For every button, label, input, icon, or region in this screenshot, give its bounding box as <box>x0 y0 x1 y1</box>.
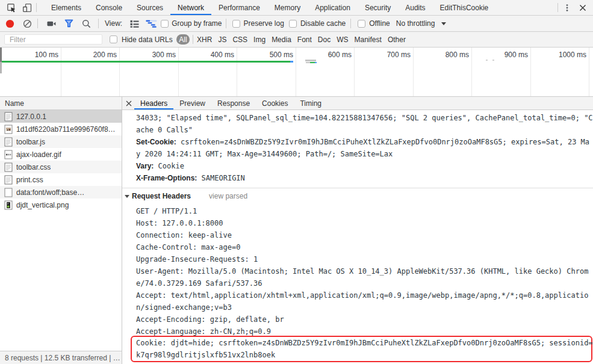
devtools-menu-button[interactable] <box>559 0 575 15</box>
inspect-element-button[interactable] <box>4 0 19 15</box>
details-close-button[interactable] <box>123 97 134 110</box>
type-filter-js[interactable]: JS <box>218 35 226 44</box>
clear-button[interactable] <box>23 19 32 28</box>
header-line: ache 0 Calls" <box>122 124 593 136</box>
request-header-line: GET / HTTP/1.1 <box>122 205 593 217</box>
type-filter-css[interactable]: CSS <box>232 35 247 44</box>
details-tabbar: HeadersPreviewResponseCookiesTiming <box>122 97 593 110</box>
network-overview[interactable]: 100 ms200 ms300 ms400 ms500 ms600 ms700 … <box>0 48 593 97</box>
request-row[interactable]: 1d1df6220ab711e9996760f8… <box>0 123 122 135</box>
details-tab-timing[interactable]: Timing <box>294 97 328 110</box>
type-filter-media[interactable]: Media <box>272 35 291 44</box>
request-name: 1d1df6220ab711e9996760f8… <box>16 125 116 134</box>
preserve-log-checkbox[interactable] <box>232 20 240 28</box>
search-button[interactable] <box>82 19 91 28</box>
type-filter-all[interactable]: All <box>176 34 190 45</box>
overview-request-bar <box>305 60 316 61</box>
record-icon <box>5 19 14 28</box>
triangle-down-icon[interactable] <box>125 195 129 198</box>
type-filter-manifest[interactable]: Manifest <box>355 35 382 44</box>
cookie-highlight-box: Cookie: djdt=hide; csrftoken=z4sDnWBZDz5… <box>131 336 592 362</box>
record-button[interactable] <box>5 19 14 28</box>
throttling-caret-icon[interactable] <box>441 22 446 25</box>
view-label: View: <box>105 19 122 28</box>
toolbar-separator-2 <box>98 19 99 28</box>
hide-data-urls-label: Hide data URLs <box>122 35 173 44</box>
devtools-window: ElementsConsoleSourcesNetworkPerformance… <box>0 0 593 364</box>
network-filter-bar: Hide data URLs All XHRJSCSSImgMediaFontD… <box>0 32 593 48</box>
type-filter-doc[interactable]: Doc <box>318 35 331 44</box>
close-icon <box>579 4 586 11</box>
request-row[interactable]: toolbar.css <box>0 161 122 173</box>
overview-gridline <box>530 48 531 96</box>
disable-cache-checkbox[interactable] <box>289 20 297 28</box>
details-tabs: HeadersPreviewResponseCookiesTiming <box>134 97 328 110</box>
tab-performance[interactable]: Performance <box>211 0 267 15</box>
type-filter-img[interactable]: Img <box>253 35 265 44</box>
overview-gridline <box>178 48 179 96</box>
type-filter-ws[interactable]: WS <box>337 35 348 44</box>
tab-elements[interactable]: Elements <box>44 0 88 15</box>
throttling-select[interactable]: No throttling <box>396 19 435 28</box>
tab-editthiscookie[interactable]: EditThisCookie <box>433 0 496 15</box>
waterfall-view-button[interactable] <box>146 20 157 28</box>
network-toolbar: View: Group by frame Preserve log Disabl… <box>0 16 593 32</box>
request-row[interactable]: print.css <box>0 173 122 186</box>
type-filter-other[interactable]: Other <box>388 35 406 44</box>
tab-audits[interactable]: Audits <box>398 0 432 15</box>
overview-scrollbar-light[interactable] <box>0 62 2 73</box>
list-view-button[interactable] <box>130 20 139 28</box>
tab-network[interactable]: Network <box>170 0 211 15</box>
request-rows: 127.0.0.11d1df6220ab711e9996760f8…toolba… <box>0 110 122 351</box>
tab-memory[interactable]: Memory <box>267 0 308 15</box>
hide-data-urls-checkbox[interactable] <box>110 35 117 43</box>
filter-button[interactable] <box>64 19 73 28</box>
capture-screenshots-button[interactable] <box>47 20 56 28</box>
details-tab-cookies[interactable]: Cookies <box>256 97 294 110</box>
type-filter-xhr[interactable]: XHR <box>197 35 212 44</box>
toolbar-separator-3 <box>226 19 226 28</box>
request-headers-title[interactable]: Request Headers <box>132 192 191 200</box>
overview-scrollbar-dark[interactable] <box>0 48 2 62</box>
tab-console[interactable]: Console <box>88 0 129 15</box>
header-line: y 2020 14:24:11 GMT; Max-Age=31449600; P… <box>122 148 593 160</box>
request-header-line: Host: 127.0.0.1:8000 <box>122 217 593 229</box>
tab-security[interactable]: Security <box>358 0 398 15</box>
details-tab-headers[interactable]: Headers <box>134 97 173 110</box>
request-headers-lines: GET / HTTP/1.1Host: 127.0.0.1:8000Connec… <box>122 205 593 338</box>
image-icon <box>4 125 13 134</box>
type-filters: XHRJSCSSImgMediaFontDocWSManifestOther <box>191 35 406 44</box>
request-row[interactable]: ajax-loader.gif <box>0 148 122 161</box>
type-filter-font[interactable]: Font <box>297 35 312 44</box>
overview-gridline <box>119 48 120 96</box>
headers-content: 34033; "Elapsed time", SQLPanel_sql_time… <box>122 110 593 364</box>
offline-checkbox[interactable] <box>358 20 365 28</box>
overview-request-bar <box>315 62 317 63</box>
tab-sources[interactable]: Sources <box>129 0 170 15</box>
request-row[interactable]: djdt_vertical.png <box>0 199 122 211</box>
group-by-frame-checkbox[interactable] <box>161 20 169 28</box>
request-row[interactable]: 127.0.0.1 <box>0 110 122 123</box>
filter-funnel-icon <box>64 19 73 28</box>
request-row[interactable]: data:font/woff;base… <box>0 186 122 199</box>
request-details-panel: HeadersPreviewResponseCookiesTiming 3403… <box>122 97 593 364</box>
overview-gridline <box>354 48 355 96</box>
name-column-header[interactable]: Name <box>0 97 122 110</box>
request-header-line: Accept: text/html,application/xhtml+xml,… <box>122 289 593 301</box>
tab-application[interactable]: Application <box>308 0 358 15</box>
preserve-log-label: Preserve log <box>244 19 284 28</box>
stylesheet-icon <box>4 175 13 185</box>
request-row[interactable]: toolbar.js <box>0 135 122 148</box>
details-tab-response[interactable]: Response <box>211 97 256 110</box>
network-status-bar: 8 requests | 12.5 KB transferred | … <box>0 351 122 364</box>
group-by-frame-label: Group by frame <box>172 19 222 28</box>
filter-input[interactable] <box>4 34 102 45</box>
request-name: toolbar.css <box>16 163 51 171</box>
overview-gridline <box>589 48 589 96</box>
details-tab-preview[interactable]: Preview <box>173 97 211 110</box>
view-parsed-link[interactable]: view parsed <box>209 192 247 200</box>
response-headers-lines: 34033; "Elapsed time", SQLPanel_sql_time… <box>122 112 593 184</box>
devtools-close-button[interactable] <box>575 0 591 15</box>
device-toolbar-button[interactable] <box>19 0 35 15</box>
overview-request-bar <box>492 60 494 61</box>
